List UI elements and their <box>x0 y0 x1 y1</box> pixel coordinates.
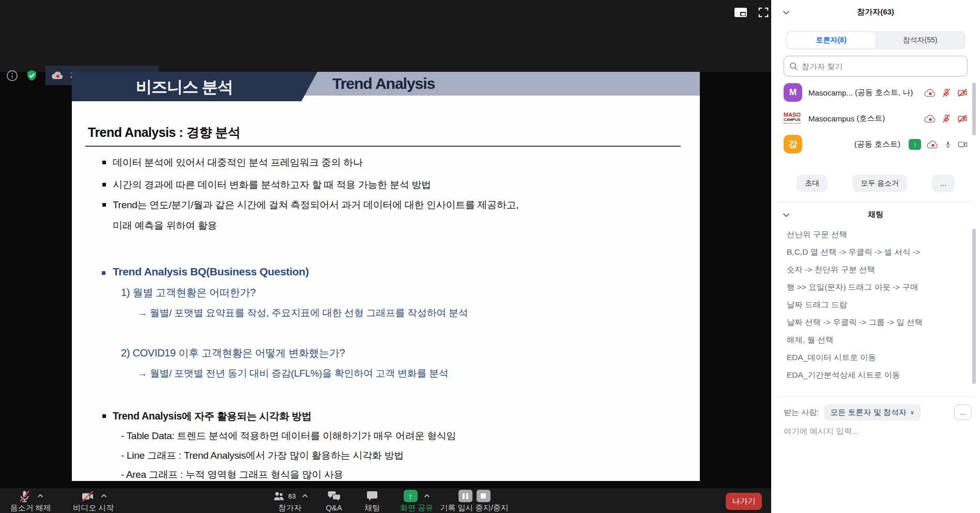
participant-role: (공동 호스트) <box>854 139 900 149</box>
slide-bq-q2-answer: → 월별/ 포맷별 전년 동기 대비 증감(LFL%)을 확인하여 고객 변화를… <box>137 367 448 380</box>
screen-sharing-icon: ↑ <box>909 139 921 150</box>
participants-button[interactable]: 63 참가자 <box>261 488 319 512</box>
mic-muted-icon <box>18 490 31 503</box>
slide-bullet-3-cont: 미래 예측을 위하여 활용 <box>113 219 217 232</box>
slide-bq-q1: 1) 월별 고객현황은 어떠한가? <box>121 286 255 300</box>
participants-icon <box>272 490 285 502</box>
mic-options-chevron-icon[interactable] <box>37 494 43 498</box>
shared-screen-area: 기록 중... 비즈니스 분석 Trend Analysis Trend Ana… <box>0 0 771 513</box>
qna-label: Q&A <box>317 504 351 512</box>
video-off-icon <box>81 490 95 503</box>
participants-scrollbar[interactable] <box>972 83 976 135</box>
collapse-participants-icon[interactable] <box>783 8 790 17</box>
participant-row[interactable]: M Masocamp... (공동 호스트, 나) <box>771 80 980 105</box>
chat-message: 날짜 선택 -> 우클릭 -> 그룹 -> 일 선택 <box>787 314 975 331</box>
leave-button[interactable]: 나가기 <box>726 493 762 510</box>
participant-name: Masocamp... <box>808 88 853 97</box>
slide-bq-q2: 2) COVID19 이후 고객현황은 어떻게 변화했는가? <box>121 346 345 360</box>
chat-more-button[interactable]: ... <box>954 405 972 420</box>
chat-message: 선난위 구문 선택 <box>787 226 975 243</box>
video-icon[interactable] <box>957 139 969 149</box>
info-icon[interactable] <box>5 69 19 82</box>
chat-label: 채팅 <box>355 504 389 512</box>
participant-name: Masocampus <box>808 114 854 123</box>
chat-bubble-icon <box>366 490 378 502</box>
slide-bullet-3: Trend는 연도/분기/월과 같은 시간에 걸쳐 측정되어서 과거 데이터에 … <box>113 198 518 212</box>
chat-scrollbar[interactable] <box>972 229 976 384</box>
search-input[interactable] <box>802 62 962 71</box>
slide-viz-item-2: - Line 그래프 : Trend Analysis에서 가장 많이 활용하는… <box>121 449 404 462</box>
bullet-marker <box>102 414 106 418</box>
chat-message: B,C,D 열 선택 -> 우클릭 -> 셀 서식 -> <box>787 243 975 261</box>
collapse-chat-icon[interactable] <box>783 210 790 220</box>
chat-button[interactable]: 채팅 <box>355 488 389 512</box>
zoom-toolbar: 음소거 해제 비디오 시작 63 참가자 <box>0 488 771 513</box>
qna-icon <box>327 490 341 502</box>
mic-icon[interactable] <box>944 139 952 149</box>
more-options-button[interactable]: ... <box>932 175 955 192</box>
unmute-button[interactable]: 음소거 해제 <box>2 488 59 512</box>
mute-all-button[interactable]: 모두 음소거 <box>852 175 907 192</box>
record-label: 기록 일시 중지/중지 <box>434 504 514 512</box>
participants-label: 참가자 <box>261 504 319 512</box>
participants-count: 63 <box>288 492 296 500</box>
video-off-icon[interactable] <box>956 114 969 123</box>
chat-divider <box>777 396 974 397</box>
chat-message-list: 선난위 구문 선택 B,C,D 열 선택 -> 우클릭 -> 셀 서식 -> 숫… <box>771 225 980 384</box>
stop-record-icon[interactable] <box>477 490 491 502</box>
recording-cloud-icon <box>924 114 937 123</box>
participant-search[interactable] <box>784 56 968 76</box>
slide-viz-heading: Trend Analysis에 자주 활용되는 시각화 방법 <box>113 409 312 423</box>
participant-row[interactable]: MASO CAMPUS Actionable Content Masocampu… <box>771 105 980 131</box>
recipient-dropdown[interactable]: 모든 토론자 및 참석자 ∨ <box>824 404 921 421</box>
share-screen-icon: ↑ <box>404 490 418 502</box>
avatar: M <box>784 83 802 102</box>
pause-record-icon[interactable] <box>458 490 472 502</box>
participant-row[interactable]: 강 (공동 호스트) ↑ <box>771 131 980 157</box>
participant-role: (공동 호스트, 나) <box>855 88 913 98</box>
participants-panel-title: 참가자(63) <box>857 7 894 17</box>
zoom-window: 기록 중... 비즈니스 분석 Trend Analysis Trend Ana… <box>0 0 980 513</box>
participants-chevron-icon[interactable] <box>302 494 308 498</box>
panel-divider <box>777 201 974 202</box>
recording-cloud-icon <box>924 88 937 98</box>
slide-banner-left-title: 비즈니스 분석 <box>136 76 233 98</box>
tab-panelists[interactable]: 토론자(8) <box>787 32 876 49</box>
video-off-icon[interactable] <box>956 88 969 98</box>
mic-muted-icon[interactable] <box>942 88 951 98</box>
slide-bullet-2: 시간의 경과에 따른 데이터 변화를 분석하고자 할 때 적용 가능한 분석 방… <box>113 178 431 192</box>
slide-heading: Trend Analysis : 경향 분석 <box>88 124 240 141</box>
chat-message-input[interactable] <box>784 427 964 436</box>
tab-attendees[interactable]: 참석자(55) <box>876 32 964 49</box>
bullet-marker <box>102 161 106 164</box>
qna-button[interactable]: Q&A <box>317 488 351 512</box>
participants-tabs: 토론자(8) 참석자(55) <box>786 31 966 50</box>
video-options-chevron-icon[interactable] <box>101 494 107 498</box>
recording-cloud-icon <box>926 139 939 149</box>
invite-button[interactable]: 초대 <box>797 175 828 192</box>
slide-bq-q1-answer: → 월별/ 포맷별 요약표를 작성, 주요지표에 대한 선형 그래프를 작성하여… <box>137 306 468 320</box>
avatar: 강 <box>784 135 802 153</box>
share-top-strip <box>0 0 771 72</box>
fullscreen-icon[interactable] <box>757 6 770 19</box>
chat-message: 숫자 -> 천단위 구분 선택 <box>787 261 975 278</box>
share-options-chevron-icon[interactable] <box>424 494 430 498</box>
start-video-button[interactable]: 비디오 시작 <box>65 488 122 512</box>
chat-message: 해제, 월 선택 <box>787 331 975 349</box>
chat-message: 행 >> 요일(문자) 드래그 아웃 -> 구매 <box>787 278 975 296</box>
bullet-marker <box>102 271 105 275</box>
recipient-label: 받는 사람: <box>784 408 819 417</box>
record-control-button[interactable]: 기록 일시 중지/중지 <box>434 488 514 512</box>
security-shield-icon[interactable] <box>25 69 38 82</box>
mic-muted-icon[interactable] <box>942 114 951 123</box>
masocampus-logo: MASO CAMPUS Actionable Content <box>784 109 802 128</box>
view-layout-icon[interactable] <box>734 6 747 19</box>
side-panel: 참가자(63) 토론자(8) 참석자(55) M Masocamp... (공동… <box>771 0 980 513</box>
chevron-down-icon: ∨ <box>910 409 914 416</box>
bullet-marker <box>102 203 106 207</box>
slide-bq-heading: Trend Analysis BQ(Business Question) <box>113 266 309 278</box>
slide-viz-item-1: - Table Data: 트렌드 분석에 적용하면 데이터를 이해하기가 매우… <box>121 429 456 443</box>
chat-message: EDA_데이터 시트로 이동 <box>787 349 975 366</box>
bullet-marker <box>102 183 106 186</box>
search-icon <box>789 62 798 70</box>
